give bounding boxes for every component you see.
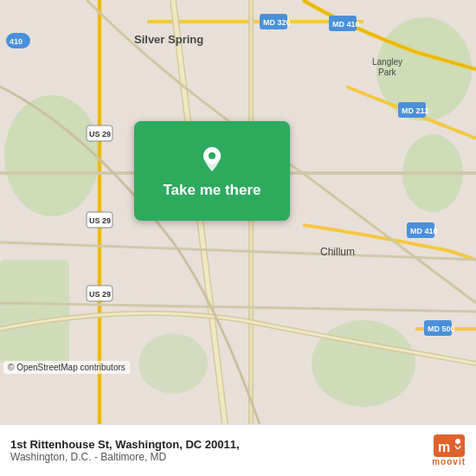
svg-point-1 <box>4 95 100 216</box>
svg-text:Langley: Langley <box>372 57 402 67</box>
svg-text:m: m <box>438 440 450 454</box>
svg-text:410: 410 <box>10 37 23 46</box>
bottom-bar: 1st Rittenhouse St, Washington, DC 20011… <box>0 424 476 476</box>
svg-point-43 <box>455 439 460 444</box>
svg-rect-4 <box>0 260 69 363</box>
address-block: 1st Rittenhouse St, Washington, DC 20011… <box>10 438 423 463</box>
address-line: 1st Rittenhouse St, Washington, DC 20011… <box>10 438 423 451</box>
svg-text:US 29: US 29 <box>89 130 111 138</box>
moovit-brand-icon: m <box>434 434 465 457</box>
svg-text:Chillum: Chillum <box>320 246 355 258</box>
svg-point-6 <box>138 333 208 394</box>
svg-text:MD 410: MD 410 <box>332 20 360 29</box>
location-pin-icon <box>196 144 228 175</box>
svg-point-5 <box>312 320 415 407</box>
take-me-there-card[interactable]: Take me there <box>134 121 290 221</box>
city-line: Washington, D.C. - Baltimore, MD <box>10 451 423 463</box>
svg-point-40 <box>209 152 215 159</box>
map-attribution: © OpenStreetMap contributors <box>3 361 130 374</box>
svg-text:MD 500: MD 500 <box>428 325 455 333</box>
moovit-logo: m moovit <box>432 434 466 466</box>
svg-text:US 29: US 29 <box>89 290 111 299</box>
take-me-there-label: Take me there <box>163 182 261 199</box>
svg-text:Park: Park <box>378 68 397 77</box>
svg-text:MD 212: MD 212 <box>402 106 429 115</box>
svg-text:US 29: US 29 <box>89 216 111 225</box>
svg-text:MD 410: MD 410 <box>410 227 438 235</box>
svg-text:Silver Spring: Silver Spring <box>134 33 203 46</box>
map-container: Silver Spring Chillum Langley Park US 29… <box>0 0 476 424</box>
svg-text:MD 320: MD 320 <box>263 18 291 27</box>
moovit-text: moovit <box>432 457 466 466</box>
